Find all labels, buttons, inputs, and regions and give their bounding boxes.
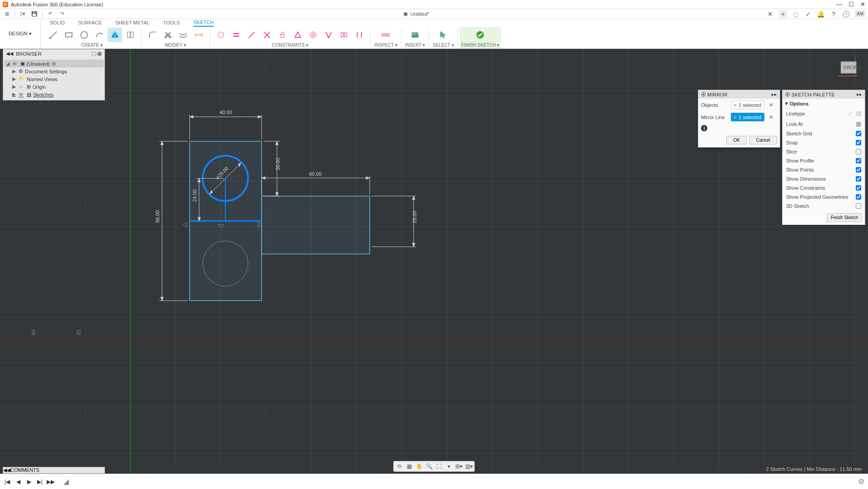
tab-sheetmetal[interactable]: SHEET METAL xyxy=(115,20,149,26)
mirror-ok-button[interactable]: OK xyxy=(726,136,746,144)
tab-surface[interactable]: SURFACE xyxy=(78,20,102,26)
palette-collapse-icon[interactable]: ⦿ xyxy=(785,92,790,97)
close-button[interactable]: ✕ xyxy=(860,1,865,8)
group-create-label[interactable]: CREATE ▾ xyxy=(81,43,103,48)
line-tool-icon[interactable] xyxy=(46,28,61,42)
select-tool-icon[interactable] xyxy=(436,28,450,42)
palette-checkbox-3[interactable] xyxy=(856,158,861,163)
timeline-end-icon[interactable]: ▶▶ xyxy=(47,478,54,485)
redo-button[interactable]: ↷ xyxy=(58,10,66,18)
browser-item-origin[interactable]: ▶👁⊞Origin xyxy=(4,83,104,91)
document-tab[interactable]: ▣ Untitled* xyxy=(394,10,439,18)
perpendicular-constraint-icon[interactable] xyxy=(260,28,274,42)
tab-sketch[interactable]: SKETCH xyxy=(193,19,214,27)
zoom-icon[interactable]: 🔍 xyxy=(424,462,434,470)
coincident-constraint-icon[interactable] xyxy=(244,28,259,42)
workspace-switcher[interactable]: DESIGN ▾ xyxy=(0,19,41,48)
viewport-split-icon[interactable]: ▥▾ xyxy=(464,462,473,470)
browser-dot-icon[interactable] xyxy=(92,52,96,56)
file-menu-button[interactable]: ▯▾ xyxy=(19,10,27,18)
finish-sketch-button[interactable]: Finish Sketch xyxy=(827,213,862,222)
lookat-nav-icon[interactable]: ▦ xyxy=(405,462,414,470)
fillet-tool-icon[interactable] xyxy=(145,28,160,42)
group-finish-label[interactable]: FINISH SKETCH ▾ xyxy=(462,43,500,48)
palette-checkbox-1[interactable] xyxy=(856,140,861,145)
arc-tool-icon[interactable] xyxy=(92,28,107,42)
apps-grid-icon[interactable]: ⊞ xyxy=(3,10,11,18)
view-cube[interactable]: FRONT xyxy=(835,53,862,81)
browser-item-docsettings[interactable]: ▶⚙Document Settings xyxy=(4,67,104,75)
palette-checkbox-2[interactable] xyxy=(856,149,861,154)
job-status-icon[interactable]: ✓ xyxy=(804,10,812,18)
timeline-play-icon[interactable]: ▶ xyxy=(25,478,33,485)
timeline-settings-icon[interactable]: ⚙ xyxy=(858,477,864,486)
spline-tool-icon[interactable] xyxy=(123,28,138,42)
palette-checkbox-4[interactable] xyxy=(856,167,861,173)
extensions-icon[interactable]: ◌ xyxy=(792,10,800,18)
orbit-icon[interactable]: ⟲ xyxy=(395,462,404,470)
tab-tools[interactable]: TOOLS xyxy=(163,20,180,26)
mirror-objects-selector[interactable]: ▹1 selected xyxy=(731,101,764,109)
new-tab-button[interactable]: + xyxy=(779,10,787,18)
palette-checkbox-7[interactable] xyxy=(856,194,861,200)
timeline-start-icon[interactable]: |◀ xyxy=(4,478,11,485)
mirror-expand-icon[interactable]: ▸▸ xyxy=(772,91,777,97)
display-settings-icon[interactable]: ▾ xyxy=(444,462,453,470)
tab-solid[interactable]: SOLID xyxy=(50,20,65,26)
browser-close-icon[interactable] xyxy=(97,52,102,56)
group-inspect-label[interactable]: INSPECT ▾ xyxy=(374,43,397,48)
mirror-collapse-icon[interactable]: ⦿ xyxy=(701,92,706,97)
minimize-button[interactable]: — xyxy=(836,1,842,8)
rectangle-tool-icon[interactable] xyxy=(62,28,76,42)
parallel-constraint-icon[interactable] xyxy=(352,28,367,42)
mirror-objects-clear[interactable]: ✕ xyxy=(767,102,775,108)
linetype-construction-icon[interactable]: ⟋ xyxy=(847,110,853,117)
grid-settings-icon[interactable]: ⊞▾ xyxy=(454,462,463,470)
lookat-icon[interactable]: ▦ xyxy=(856,120,861,127)
equal-constraint-icon[interactable] xyxy=(229,28,243,42)
fix-constraint-icon[interactable] xyxy=(275,28,290,42)
browser-root[interactable]: ◢👁▣(Unsaved)◎ xyxy=(4,60,104,67)
group-modify-label[interactable]: MODIFY ▾ xyxy=(165,43,186,48)
browser-item-namedviews[interactable]: ▶📁Named Views xyxy=(4,75,104,83)
measure-tool-icon[interactable] xyxy=(378,28,393,42)
close-tab-button[interactable]: ✕ xyxy=(766,10,774,18)
palette-expand-icon[interactable]: ▸▸ xyxy=(857,91,862,97)
mirror-line-clear[interactable]: ✕ xyxy=(767,114,775,120)
midpoint-constraint-icon[interactable] xyxy=(291,28,305,42)
offset-tool-icon[interactable] xyxy=(176,28,191,42)
group-constraints-label[interactable]: CONSTRAINTS ▾ xyxy=(272,43,308,48)
mirror-tool-icon[interactable] xyxy=(108,28,122,42)
concentric-constraint-icon[interactable] xyxy=(306,28,320,42)
group-insert-label[interactable]: INSERT ▾ xyxy=(405,43,425,48)
trim-tool-icon[interactable] xyxy=(161,28,175,42)
save-button[interactable]: 💾 xyxy=(30,10,38,18)
mirror-cancel-button[interactable]: Cancel xyxy=(749,136,777,144)
undo-button[interactable]: ↶ xyxy=(46,10,54,18)
finish-sketch-icon[interactable] xyxy=(473,28,487,42)
group-select-label[interactable]: SELECT ▾ xyxy=(433,43,454,48)
palette-checkbox-5[interactable] xyxy=(856,176,861,182)
linetype-center-icon[interactable]: ⊡ xyxy=(856,110,861,117)
circle-tool-icon[interactable] xyxy=(77,28,91,42)
palette-checkbox-6[interactable] xyxy=(856,185,861,191)
timeline-sketch-feature-icon[interactable]: ◢ xyxy=(62,478,70,485)
symmetry-constraint-icon[interactable] xyxy=(337,28,351,42)
clock-icon[interactable]: 🕐 xyxy=(842,10,850,18)
insert-tool-icon[interactable] xyxy=(408,28,422,42)
comments-expand-icon[interactable]: ◀◀ xyxy=(3,467,10,473)
timeline-prev-icon[interactable]: ◀ xyxy=(14,478,22,485)
palette-checkbox-8[interactable] xyxy=(856,203,861,209)
user-avatar[interactable]: AM xyxy=(855,10,865,17)
mirror-info-icon[interactable]: i xyxy=(701,125,707,131)
pan-icon[interactable]: ✋ xyxy=(415,462,424,470)
maximize-button[interactable]: ☐ xyxy=(849,1,854,8)
browser-item-sketches[interactable]: ▶👁▤Sketches xyxy=(4,91,104,98)
dimension-tool-icon[interactable] xyxy=(191,28,206,42)
horizontal-constraint-icon[interactable] xyxy=(214,28,228,42)
palette-checkbox-0[interactable] xyxy=(856,131,861,136)
tangent-constraint-icon[interactable] xyxy=(321,28,336,42)
help-icon[interactable]: ? xyxy=(830,10,838,18)
mirror-line-selector[interactable]: ▹1 selected xyxy=(731,113,764,121)
browser-expand-icon[interactable]: ◀◀ xyxy=(6,51,13,57)
